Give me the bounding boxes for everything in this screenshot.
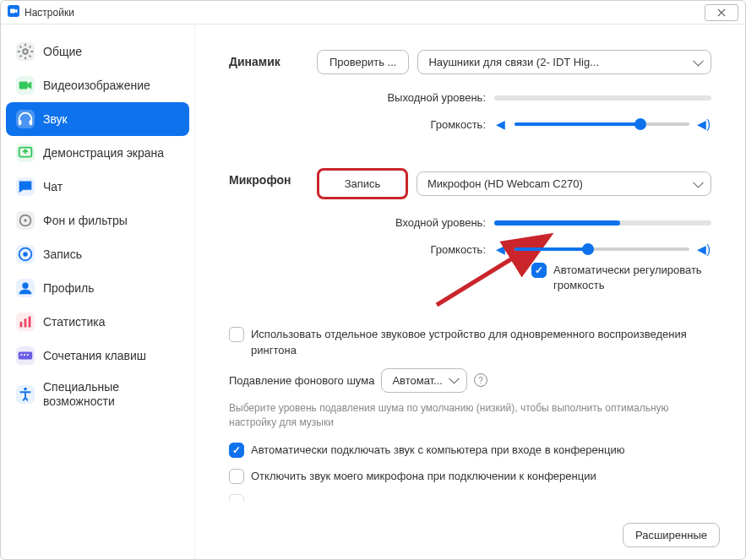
mic-volume-slider[interactable]: [515, 247, 689, 251]
sidebar-item-label: Демонстрация экрана: [43, 146, 164, 160]
svg-rect-16: [21, 354, 23, 356]
sidebar-item-label: Общие: [43, 45, 82, 59]
advanced-button[interactable]: Расширенные: [623, 523, 720, 547]
sidebar-item-general[interactable]: Общие: [6, 35, 189, 68]
noise-suppression-select[interactable]: Автомат...: [381, 368, 467, 393]
sidebar-item-chat[interactable]: Чат: [6, 170, 189, 204]
volume-low-icon: ◀: [493, 242, 508, 256]
accessibility-icon: [16, 385, 35, 404]
auto-join-audio-checkbox[interactable]: [229, 443, 244, 458]
volume-high-icon: ◀): [696, 242, 711, 256]
auto-join-audio-label: Автоматически подключать звук с компьюте…: [251, 443, 711, 458]
sidebar-item-video[interactable]: Видеоизображение: [6, 68, 189, 102]
input-level-meter: [494, 220, 711, 226]
main-panel: Динамик Проверить ... Наушники для связи…: [195, 24, 745, 559]
sidebar-item-label: Статистика: [43, 315, 106, 329]
output-level-label: Выходной уровень:: [317, 91, 486, 104]
sidebar-item-shortcuts[interactable]: Сочетания клавиш: [6, 339, 189, 372]
record-icon: [16, 245, 35, 264]
svg-rect-5: [30, 120, 33, 125]
mute-on-join-label: Отключить звук моего микрофона при подкл…: [251, 469, 711, 484]
mic-device-select[interactable]: Микрофон (HD Webcam C270): [417, 171, 711, 196]
chat-icon: [16, 177, 35, 196]
sidebar-item-label: Чат: [43, 180, 63, 194]
svg-rect-18: [27, 354, 29, 356]
svg-rect-4: [19, 120, 22, 125]
sidebar-item-statistics[interactable]: Статистика: [6, 305, 189, 339]
mic-heading: Микрофон: [229, 168, 317, 296]
output-level-meter: [494, 95, 711, 101]
svg-point-11: [22, 283, 28, 289]
sidebar-item-audio[interactable]: Звук: [6, 102, 189, 136]
sidebar: Общие Видеоизображение Звук Демонстрация…: [1, 24, 195, 559]
profile-icon: [16, 279, 35, 297]
sidebar-item-label: Профиль: [43, 281, 94, 296]
mic-volume-label: Громкость:: [317, 243, 486, 256]
sidebar-item-accessibility[interactable]: Специальные возможности: [6, 372, 189, 416]
window-title: Настройки: [25, 7, 74, 19]
svg-point-8: [24, 219, 27, 222]
titlebar: Настройки: [1, 1, 745, 24]
close-button[interactable]: [705, 4, 738, 21]
auto-gain-label: Автоматически регулировать громкость: [553, 263, 711, 293]
background-icon: [16, 211, 35, 230]
speaker-volume-slider[interactable]: [515, 122, 689, 126]
svg-rect-14: [29, 317, 31, 328]
close-icon: [716, 8, 727, 18]
stats-icon: [16, 313, 35, 331]
input-level-label: Входной уровень:: [317, 216, 486, 229]
gear-icon: [16, 42, 35, 61]
sidebar-item-profile[interactable]: Профиль: [6, 271, 189, 305]
mute-on-join-checkbox[interactable]: [229, 469, 244, 484]
sidebar-item-share[interactable]: Демонстрация экрана: [6, 136, 189, 170]
sidebar-item-label: Специальные возможности: [43, 380, 179, 409]
svg-point-2: [23, 49, 28, 54]
svg-rect-3: [19, 81, 28, 89]
svg-rect-1: [10, 9, 15, 14]
sidebar-item-label: Запись: [43, 247, 82, 262]
record-mic-button[interactable]: Запись: [317, 168, 408, 199]
zoom-logo-icon: [8, 5, 19, 19]
keyboard-icon: [16, 346, 35, 365]
sidebar-item-label: Звук: [43, 112, 68, 127]
sidebar-item-label: Фон и фильтры: [43, 214, 128, 228]
auto-gain-checkbox[interactable]: [531, 263, 547, 278]
svg-rect-13: [25, 318, 27, 327]
noise-suppression-label: Подавление фонового шума: [229, 374, 374, 387]
svg-point-19: [24, 388, 27, 391]
separate-ringtone-device-checkbox[interactable]: [229, 327, 244, 342]
noise-suppression-hint: Выберите уровень подавления шума по умол…: [229, 401, 711, 430]
sidebar-item-label: Сочетания клавиш: [43, 349, 146, 363]
partial-checkbox[interactable]: [229, 494, 244, 501]
options-section: Использовать отдельное звуковое устройст…: [229, 327, 711, 500]
speaker-section: Динамик Проверить ... Наушники для связи…: [229, 50, 711, 138]
headphones-icon: [16, 110, 35, 128]
test-speaker-button[interactable]: Проверить ...: [317, 50, 409, 74]
svg-rect-17: [24, 354, 25, 356]
svg-point-10: [23, 252, 28, 257]
share-screen-icon: [16, 144, 35, 162]
sidebar-item-label: Видеоизображение: [43, 79, 150, 93]
microphone-section: Микрофон Запись Микрофон (HD Webcam C270…: [229, 168, 711, 296]
video-icon: [16, 76, 35, 95]
speaker-heading: Динамик: [229, 50, 317, 138]
sidebar-item-background[interactable]: Фон и фильтры: [6, 204, 189, 237]
speaker-volume-label: Громкость:: [317, 118, 486, 131]
help-icon[interactable]: ?: [474, 373, 487, 387]
sidebar-item-recording[interactable]: Запись: [6, 237, 189, 271]
svg-rect-12: [20, 322, 23, 327]
volume-high-icon: ◀): [696, 117, 711, 131]
speaker-device-select[interactable]: Наушники для связи (2- IDT Hig...: [417, 50, 711, 74]
separate-ringtone-device-label: Использовать отдельное звуковое устройст…: [251, 327, 711, 357]
volume-low-icon: ◀: [493, 117, 508, 131]
